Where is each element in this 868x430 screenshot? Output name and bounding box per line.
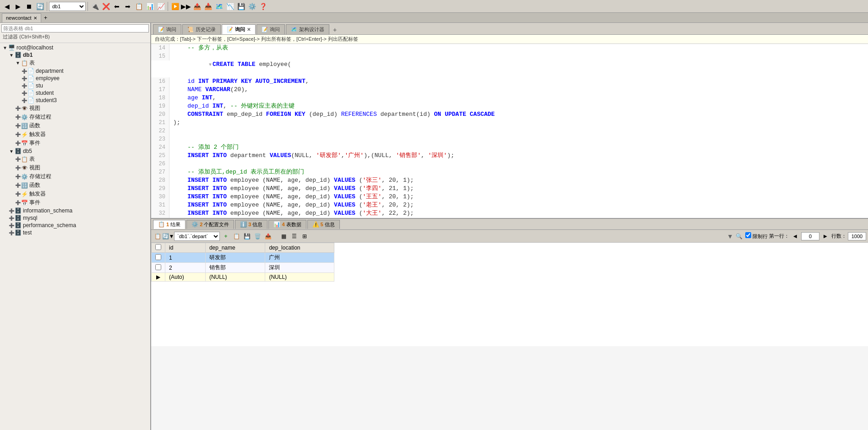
res-btn-refresh[interactable]: 🔄▼ <box>164 232 173 241</box>
tree-toggle-db1[interactable]: ▼ <box>8 53 15 58</box>
tree-toggle-db5-views[interactable]: ➕ <box>15 165 21 170</box>
line-content-31[interactable]: INSERT INTO employee (NAME, age, dep_id)… <box>169 201 414 209</box>
row2-id[interactable]: 2 <box>165 263 206 273</box>
toolbar-help[interactable]: ❓ <box>258 1 268 11</box>
row1-id[interactable]: 1 <box>165 253 206 263</box>
sidebar-item-db5-procs[interactable]: ➕ ⚙️ 存储过程 <box>1 172 149 181</box>
sidebar-item-tables[interactable]: ▼ 📋 表 <box>1 59 149 67</box>
sidebar-item-db5-triggers[interactable]: ➕ ⚡ 触发器 <box>1 190 149 198</box>
toolbar-table[interactable]: 📋 <box>134 1 144 11</box>
tree-toggle-stu[interactable]: ➕ <box>21 83 27 88</box>
first-row-input[interactable] <box>801 232 819 240</box>
row-count-input[interactable] <box>848 232 866 240</box>
window-tab-close[interactable]: ✕ <box>33 16 37 21</box>
row1-dep-location[interactable]: 广州 <box>265 253 334 263</box>
line-content-24[interactable]: -- 添加 2 个部门 <box>169 143 239 152</box>
res-btn-save[interactable]: 💾 <box>242 232 251 241</box>
line-content-14[interactable]: -- 多方，从表 <box>169 44 228 52</box>
toolbar-back[interactable]: ◀ <box>2 1 12 11</box>
res-btn-delete[interactable]: 🗑️ <box>253 232 262 241</box>
select-all-checkbox[interactable] <box>155 244 161 250</box>
line-content-27[interactable]: -- 添加员工,dep_id 表示员工所在的部门 <box>169 168 304 176</box>
row2-checkbox[interactable] <box>155 264 161 270</box>
sidebar-item-student[interactable]: ➕ 📄 student <box>1 89 149 97</box>
result-tab-1[interactable]: 📋 1 结果 <box>153 220 186 229</box>
tree-toggle-funcs[interactable]: ➕ <box>15 123 21 128</box>
tree-toggle-info[interactable]: ➕ <box>8 208 15 213</box>
tree-toggle-perf[interactable]: ➕ <box>8 223 15 228</box>
toolbar-chart[interactable]: 📈 <box>156 1 166 11</box>
line-content-15[interactable]: ▼CREATE TABLE employee( <box>169 52 291 77</box>
toolbar-import[interactable]: 📥 <box>203 1 213 11</box>
sidebar-item-db5-tables[interactable]: ➕ 📋 表 <box>1 155 149 163</box>
toolbar-save[interactable]: 💾 <box>236 1 246 11</box>
toolbar-connect[interactable]: 🔌 <box>90 1 100 11</box>
tab-query-active[interactable]: 📝 询问 ✕ <box>222 24 256 34</box>
tree-toggle-student3[interactable]: ➕ <box>21 98 27 103</box>
tree-toggle-tables[interactable]: ▼ <box>15 60 21 65</box>
result-tab-4[interactable]: 📊 4 表数据 <box>268 220 306 229</box>
tree-toggle-dept[interactable]: ➕ <box>21 69 27 74</box>
line-content-21[interactable]: ); <box>169 119 180 127</box>
res-btn-add-row[interactable]: + <box>221 232 230 241</box>
sidebar-item-performance-schema[interactable]: ➕ 🗄️ performance_schema <box>1 222 149 229</box>
res-btn-export[interactable]: 📤 <box>263 232 273 241</box>
line-content-19[interactable]: dep_id INT, -- 外键对应主表的主键 <box>169 102 295 110</box>
toolbar-export[interactable]: 📤 <box>192 1 202 11</box>
tree-toggle-triggers[interactable]: ➕ <box>15 132 21 137</box>
line-content-23[interactable] <box>169 135 177 143</box>
tree-toggle-mysql[interactable]: ➕ <box>8 216 15 221</box>
line-content-25[interactable]: INSERT INTO department VALUES(NULL, '研发部… <box>169 152 454 160</box>
tab-schema-designer[interactable]: 🗺️ 架构设计器 <box>286 24 329 34</box>
sidebar-item-db5[interactable]: ▼ 🗄️ db5 <box>1 147 149 155</box>
sidebar-item-stu[interactable]: ➕ 📄 stu <box>1 82 149 89</box>
line-content-32[interactable]: INSERT INTO employee (NAME, age, dep_id)… <box>169 209 414 218</box>
tree-toggle-db5[interactable]: ▼ <box>8 149 15 154</box>
tab-history[interactable]: 📜 历史记录 <box>182 24 221 34</box>
line-content-20[interactable]: CONSTRAINT emp_dep_id FOREIGN KEY (dep_i… <box>169 110 495 119</box>
toolbar-data[interactable]: 📊 <box>145 1 155 11</box>
sidebar-item-department[interactable]: ➕ 📄 department <box>1 67 149 75</box>
sidebar-item-employee[interactable]: ➕ 📄 employee <box>1 75 149 82</box>
tree-toggle-db5-triggers[interactable]: ➕ <box>15 191 21 196</box>
res-table-selector[interactable]: `db1`.`depart` <box>174 232 220 241</box>
row-auto-dep-name[interactable]: (NULL) <box>205 273 265 282</box>
toolbar-left[interactable]: ⬅ <box>112 1 122 11</box>
tree-toggle-test[interactable]: ➕ <box>8 230 15 235</box>
tab-query-3[interactable]: 📝 询问 <box>257 24 285 34</box>
sidebar-item-procs[interactable]: ➕ ⚙️ 存储过程 <box>1 113 149 121</box>
sidebar-item-db5-views[interactable]: ➕ 👁️ 视图 <box>1 163 149 172</box>
sidebar-item-mysql[interactable]: ➕ 🗄️ mysql <box>1 214 149 222</box>
res-btn-card[interactable]: ⊞ <box>300 232 309 241</box>
fold-btn-15[interactable]: ▼ <box>209 62 212 67</box>
tree-toggle-db5-tables[interactable]: ➕ <box>15 157 21 162</box>
window-add-tab[interactable]: + <box>41 14 50 22</box>
sidebar-item-db5-funcs[interactable]: ➕ 🔢 函数 <box>1 181 149 190</box>
row2-dep-name[interactable]: 销售部 <box>205 263 265 273</box>
limit-checkbox[interactable] <box>745 232 751 238</box>
result-tab-2[interactable]: ⚙️ 2 个配置文件 <box>186 220 234 229</box>
toolbar-right[interactable]: ➡ <box>123 1 133 11</box>
sidebar-item-information-schema[interactable]: ➕ 🗄️ information_schema <box>1 207 149 214</box>
tree-toggle-views[interactable]: ➕ <box>15 106 21 111</box>
sidebar-item-db5-events[interactable]: ➕ 📅 事件 <box>1 198 149 207</box>
row1-dep-name[interactable]: 研发部 <box>205 253 265 263</box>
window-tab-newcontact[interactable]: newcontact ✕ <box>2 13 41 22</box>
sidebar-item-db1[interactable]: ▼ 🗄️ db1 <box>1 51 149 59</box>
toolbar-monitor[interactable]: 📉 <box>225 1 235 11</box>
toolbar-refresh[interactable]: 🔄 <box>35 1 45 11</box>
res-btn-filter[interactable]: 🔍 <box>735 232 744 241</box>
tree-toggle-db5-procs[interactable]: ➕ <box>15 174 21 179</box>
sidebar-item-triggers[interactable]: ➕ ⚡ 触发器 <box>1 130 149 139</box>
row1-checkbox[interactable] <box>155 254 161 260</box>
tab-query-1[interactable]: 📝 询问 <box>153 24 181 34</box>
toolbar-stop[interactable]: ⏹ <box>24 1 34 11</box>
line-content-18[interactable]: age INT, <box>169 94 216 102</box>
line-content-17[interactable]: NAME VARCHAR(20), <box>169 86 248 94</box>
result-tab-5[interactable]: ⚠️ 5 信息 <box>307 220 340 229</box>
result-tab-3[interactable]: ℹ️ 3 信息 <box>235 220 267 229</box>
sidebar-item-funcs[interactable]: ➕ 🔢 函数 <box>1 121 149 130</box>
tree-toggle[interactable]: ▼ <box>2 45 8 50</box>
tab3-close[interactable]: ✕ <box>247 27 251 32</box>
row-auto-id[interactable]: (Auto) <box>165 273 206 282</box>
